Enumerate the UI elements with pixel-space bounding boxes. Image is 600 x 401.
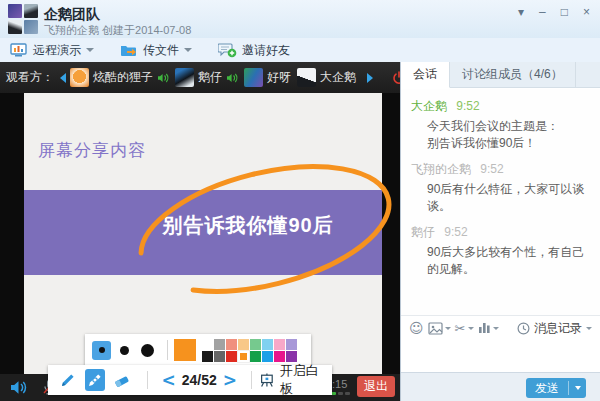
eraser-icon	[113, 373, 130, 388]
open-whiteboard-button[interactable]: 开启白板	[260, 362, 322, 398]
message-time: 9:52	[480, 162, 503, 176]
chevron-down-icon[interactable]	[184, 48, 192, 52]
send-button[interactable]: 发送	[526, 378, 586, 398]
viewer-member[interactable]: 好呀	[244, 68, 291, 87]
send-file-icon	[120, 43, 138, 57]
app-window: 企鹅团队 飞翔的企鹅 创建于2014-07-08 ▾ – □ × 远程演示	[0, 0, 600, 401]
color-swatch[interactable]	[202, 339, 213, 350]
sender-name[interactable]: 鹅仔	[411, 225, 435, 239]
tab-members[interactable]: 讨论组成员（4/6）	[450, 62, 576, 87]
viewer-member[interactable]: 炫酷的狸子	[70, 68, 169, 87]
screen-share-pane: 观看方： 炫酷的狸子 鹅仔 好呀	[0, 62, 400, 401]
message-text: 90后大多比较有个性，有自己的见解。	[411, 244, 590, 278]
chat-message: 大企鹅 9:52 今天我们会议的主题是： 别告诉我你懂90后！	[411, 98, 590, 152]
color-swatch[interactable]	[226, 351, 237, 362]
divider	[167, 340, 168, 360]
titlebar: 企鹅团队 飞翔的企鹅 创建于2014-07-08 ▾ – □ ×	[0, 0, 600, 38]
remote-demo-icon	[10, 43, 28, 58]
speaker-icon[interactable]	[10, 379, 28, 396]
viewer-member[interactable]: 大企鹅	[297, 68, 356, 87]
avatar-tile	[24, 4, 38, 18]
current-color-swatch[interactable]	[174, 339, 196, 361]
scroll-right-icon[interactable]	[367, 73, 373, 83]
image-icon	[428, 322, 443, 335]
shared-screen-view: 屏幕分享内容 别告诉我你懂90后	[0, 93, 400, 374]
color-swatch[interactable]	[286, 351, 297, 362]
color-grid	[202, 339, 297, 362]
screenshot-button[interactable]: ✂	[455, 321, 474, 336]
menu-dropdown-icon[interactable]: ▾	[518, 5, 524, 19]
divider	[147, 371, 148, 389]
pen-tool-button[interactable]	[58, 369, 78, 391]
invite-friends-icon	[218, 42, 237, 58]
whiteboard-easel-icon	[260, 372, 274, 389]
pen-size-small[interactable]	[92, 341, 111, 360]
pen-size-medium[interactable]	[115, 341, 134, 360]
poll-chart-button[interactable]	[478, 322, 499, 334]
color-swatch[interactable]	[250, 351, 261, 362]
minimize-button[interactable]: –	[539, 5, 546, 19]
viewer-bar: 观看方： 炫酷的狸子 鹅仔 好呀	[0, 62, 400, 93]
chevron-down-icon[interactable]	[468, 327, 474, 330]
message-input[interactable]	[401, 340, 600, 372]
pen-size-large[interactable]	[138, 341, 157, 360]
chat-message: 飞翔的企鹅 9:52 90后有什么特征，大家可以谈谈。	[411, 161, 590, 215]
eraser-tool-button[interactable]	[112, 369, 132, 391]
color-swatch[interactable]	[286, 339, 297, 350]
viewers-label: 观看方：	[6, 69, 54, 86]
message-list: 大企鹅 9:52 今天我们会议的主题是： 别告诉我你懂90后！ 飞翔的企鹅 9:…	[401, 89, 600, 315]
color-swatch[interactable]	[274, 351, 285, 362]
prev-page-button[interactable]: <	[156, 370, 182, 390]
color-swatch[interactable]	[250, 339, 261, 350]
page-indicator: 24/52	[182, 372, 217, 388]
slide-banner: 别告诉我你懂90后	[24, 190, 382, 275]
color-swatch[interactable]	[214, 351, 225, 362]
message-text: 今天我们会议的主题是：	[411, 118, 590, 135]
color-swatch[interactable]	[202, 351, 213, 362]
remote-demo-button[interactable]: 远程演示	[10, 42, 94, 59]
marker-icon	[87, 372, 103, 388]
clock-icon	[517, 322, 530, 335]
chat-tabs: 会话 讨论组成员（4/6）	[401, 62, 600, 88]
chat-panel: 会话 讨论组成员（4/6） 大企鹅 9:52 今天我们会议的主题是： 别告诉我你…	[400, 62, 600, 401]
close-button[interactable]: ×	[583, 5, 590, 19]
message-history-button[interactable]: 消息记录	[517, 320, 592, 337]
chat-bottom-bar: 发送	[401, 372, 600, 401]
message-time: 9:52	[444, 225, 467, 239]
divider	[251, 371, 252, 389]
exit-button[interactable]: 退出	[357, 376, 395, 397]
avatar-tile	[8, 20, 22, 34]
invite-friends-button[interactable]: 邀请好友	[218, 42, 290, 59]
chevron-down-icon[interactable]	[445, 327, 451, 330]
sender-name[interactable]: 大企鹅	[411, 99, 447, 113]
chevron-down-icon[interactable]	[86, 48, 94, 52]
chevron-down-icon[interactable]	[586, 327, 592, 330]
tab-conversation[interactable]: 会话	[401, 62, 450, 88]
sender-name[interactable]: 飞翔的企鹅	[411, 162, 471, 176]
slide: 屏幕分享内容 别告诉我你懂90后	[24, 93, 382, 374]
viewer-member[interactable]: 鹅仔	[175, 68, 238, 87]
group-avatar[interactable]	[8, 4, 38, 34]
send-image-button[interactable]	[428, 322, 451, 335]
message-text: 90后有什么特征，大家可以谈谈。	[411, 181, 590, 215]
color-swatch[interactable]	[274, 339, 285, 350]
maximize-button[interactable]: □	[561, 5, 568, 19]
avatar	[175, 68, 194, 87]
color-swatch[interactable]	[262, 339, 273, 350]
color-swatch[interactable]	[262, 351, 273, 362]
group-title: 企鹅团队	[44, 6, 100, 24]
chevron-down-icon[interactable]	[493, 327, 499, 330]
color-swatch[interactable]	[238, 339, 249, 350]
marker-tool-button[interactable]	[85, 369, 105, 391]
annotation-toolbar: < 24/52 > 开启白板	[48, 365, 332, 395]
message-time: 9:52	[456, 99, 479, 113]
color-swatch[interactable]	[238, 351, 249, 362]
next-page-button[interactable]: >	[217, 370, 243, 390]
send-file-button[interactable]: 传文件	[120, 42, 192, 59]
send-options-dropdown[interactable]	[569, 378, 586, 398]
message-text: 别告诉我你懂90后！	[411, 135, 590, 152]
color-swatch[interactable]	[214, 339, 225, 350]
color-swatch[interactable]	[226, 339, 237, 350]
emoji-button[interactable]: ☺	[409, 321, 424, 335]
scroll-left-icon[interactable]	[60, 73, 66, 83]
